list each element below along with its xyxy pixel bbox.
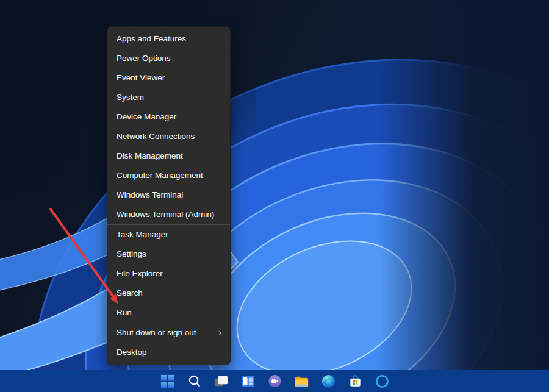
menu-item-search[interactable]: Search — [107, 283, 230, 303]
edge-button[interactable] — [320, 373, 337, 390]
chat-button[interactable] — [267, 373, 283, 390]
menu-item-file-explorer[interactable]: File Explorer — [107, 264, 230, 283]
taskbar — [0, 370, 549, 392]
microsoft-store-icon — [348, 374, 363, 389]
menu-item-label: File Explorer — [117, 264, 163, 283]
menu-item-label: Task Manager — [117, 225, 168, 244]
menu-item-label: System — [117, 88, 144, 107]
widgets-icon — [240, 374, 256, 389]
menu-item-label: Event Viewer — [117, 68, 165, 88]
chevron-right-icon: › — [218, 323, 221, 343]
start-button[interactable] — [159, 373, 176, 390]
menu-item-label: Network Connections — [117, 127, 195, 146]
menu-item-shut-down-or-sign-out[interactable]: Shut down or sign out › — [107, 323, 230, 343]
taskbar-icons — [159, 373, 390, 390]
menu-item-system[interactable]: System — [107, 88, 230, 107]
menu-item-apps-and-features[interactable]: Apps and Features — [107, 29, 230, 49]
windows-start-icon — [160, 374, 175, 389]
chat-icon — [267, 374, 282, 389]
menu-item-event-viewer[interactable]: Event Viewer — [107, 68, 230, 88]
store-button[interactable] — [347, 373, 364, 390]
menu-item-label: Run — [117, 303, 132, 323]
menu-item-network-connections[interactable]: Network Connections — [107, 127, 230, 146]
menu-item-label: Windows Terminal (Admin) — [117, 205, 214, 224]
menu-item-device-manager[interactable]: Device Manager — [107, 107, 230, 127]
edge-icon — [321, 374, 336, 389]
menu-item-label: Search — [117, 283, 143, 303]
file-explorer-button[interactable] — [293, 373, 310, 390]
search-button[interactable] — [186, 373, 203, 390]
menu-item-run[interactable]: Run — [107, 303, 230, 323]
menu-item-label: Device Manager — [117, 107, 176, 127]
menu-item-disk-management[interactable]: Disk Management — [107, 146, 230, 166]
menu-item-windows-terminal[interactable]: Windows Terminal — [107, 185, 230, 205]
menu-item-task-manager[interactable]: Task Manager — [107, 225, 230, 244]
task-view-icon — [214, 374, 229, 389]
menu-item-power-options[interactable]: Power Options — [107, 49, 230, 68]
cortana-ring-button[interactable] — [374, 373, 390, 390]
menu-item-label: Disk Management — [117, 146, 183, 166]
desktop: Apps and Features Power Options Event Vi… — [0, 0, 549, 392]
cortana-ring-icon — [375, 374, 390, 389]
menu-item-label: Desktop — [117, 343, 147, 362]
search-icon — [187, 374, 202, 389]
wallpaper-bloom — [0, 0, 549, 392]
menu-item-settings[interactable]: Settings — [107, 244, 230, 264]
menu-item-label: Settings — [117, 244, 146, 264]
menu-item-desktop[interactable]: Desktop — [107, 343, 230, 362]
widgets-button[interactable] — [240, 373, 256, 390]
winx-context-menu: Apps and Features Power Options Event Vi… — [107, 26, 231, 365]
menu-item-label: Windows Terminal — [117, 185, 183, 205]
menu-item-label: Computer Management — [117, 166, 203, 185]
menu-item-windows-terminal-admin[interactable]: Windows Terminal (Admin) — [107, 205, 230, 224]
menu-item-label: Power Options — [117, 49, 171, 68]
file-explorer-icon — [294, 374, 309, 389]
menu-item-computer-management[interactable]: Computer Management — [107, 166, 230, 185]
menu-item-label: Shut down or sign out — [117, 323, 196, 343]
menu-item-label: Apps and Features — [117, 29, 186, 49]
task-view-button[interactable] — [213, 373, 229, 390]
